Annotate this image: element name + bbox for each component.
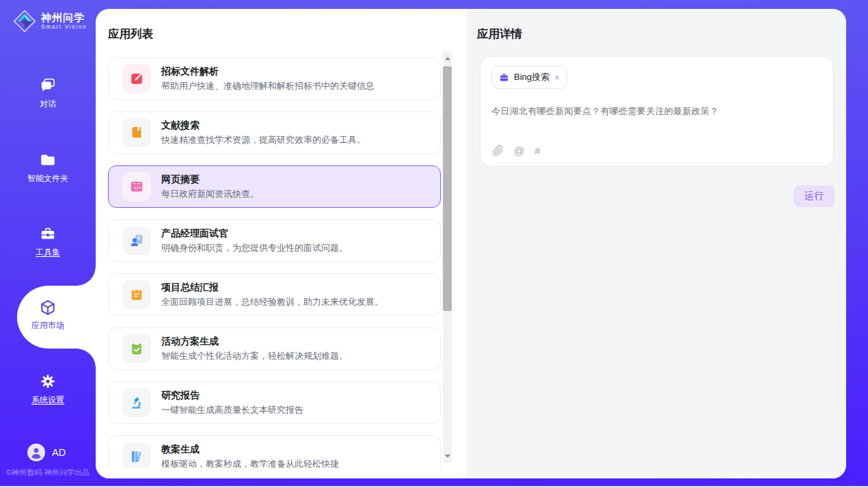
sidebar: 神州问学 Smart Vision 对话 智能文件夹 工具集: [0, 0, 96, 488]
note-icon: [122, 280, 151, 309]
question-text[interactable]: 今日湖北有哪些新闻要点？有哪些需要关注的最新政策？: [491, 105, 822, 118]
paperclip-icon[interactable]: [492, 145, 504, 157]
report-icon: [122, 388, 151, 417]
interviewer-icon: [122, 226, 151, 255]
user-account[interactable]: AD: [27, 444, 66, 461]
app-desc: 明确身份和职责，为您提供专业性的面试问题。: [161, 242, 348, 254]
attachment-toolbar: @ #: [492, 145, 541, 157]
diamond-logo-icon: [12, 9, 37, 33]
sidebar-item-app-market[interactable]: 应用市场: [0, 299, 96, 331]
list-item-bid-doc-parse[interactable]: 招标文件解析 帮助用户快速、准确地理解和解析招标书中的关键信息: [108, 57, 441, 100]
app-desc: 快速精准查找学术资源，提高研究效率的必备工具。: [161, 134, 366, 146]
app-desc: 全面回顾项目进展，总结经验教训，助力未来优化发展。: [161, 296, 383, 308]
sidebar-item-label: 应用市场: [0, 320, 96, 331]
app-title: 项目总结汇报: [161, 282, 383, 294]
triangle-up-icon: [445, 57, 450, 60]
list-item-pm-interviewer[interactable]: 产品经理面试官 明确身份和职责，为您提供专业性的面试问题。: [108, 219, 441, 262]
clipboard-check-icon: [122, 334, 151, 363]
sidebar-item-toolset[interactable]: 工具集: [0, 225, 96, 258]
triangle-down-icon: [445, 455, 450, 458]
app-title: 产品经理面试官: [161, 228, 348, 240]
app-title: 网页摘要: [161, 174, 259, 186]
app-desc: 智能生成个性化活动方案，轻松解决规划难题。: [161, 350, 348, 362]
app-list-panel: 应用列表 招标文件解析 帮助用户快速、准确地理解和解析招标书中的关键信息: [96, 9, 467, 478]
app-desc: 帮助用户快速、准确地理解和解析招标书中的关键信息: [161, 80, 375, 92]
scroll-up-button[interactable]: [443, 51, 452, 65]
sidebar-item-label: 工具集: [0, 247, 96, 258]
app-desc: 一键智能生成高质量长文本研究报告: [161, 404, 303, 416]
sidebar-item-chat[interactable]: 对话: [0, 77, 96, 110]
brand-tagline: Smart Vision: [41, 23, 87, 30]
folder-icon: [39, 151, 57, 169]
edit-doc-icon: [122, 64, 151, 93]
copyright-footer: ©神州数码·神州问学出品: [0, 467, 96, 478]
app-desc: 每日政府新闻资讯快查。: [161, 188, 259, 200]
svg-text:</>: </>: [133, 185, 141, 191]
sidebar-item-label: 对话: [0, 98, 96, 110]
app-title: 教案生成: [161, 444, 339, 456]
briefcase-icon: [499, 72, 509, 83]
web-summary-icon: </>: [122, 172, 151, 201]
app-detail-title: 应用详情: [477, 27, 522, 42]
list-item-research-report[interactable]: 研究报告 一键智能生成高质量长文本研究报告: [108, 381, 441, 424]
chip-close-icon[interactable]: ×: [554, 73, 560, 82]
app-desc: 模板驱动，教案秒成，教学准备从此轻松快捷: [161, 458, 339, 468]
prompt-input-card[interactable]: Bing搜索 × 今日湖北有哪些新闻要点？有哪些需要关注的最新政策？ @ #: [480, 56, 834, 167]
chat-icon: [39, 77, 57, 94]
books-icon: [122, 442, 151, 467]
mention-icon[interactable]: @: [514, 145, 524, 157]
hash-icon[interactable]: #: [534, 145, 540, 157]
list-item-event-plan[interactable]: 活动方案生成 智能生成个性化活动方案，轻松解决规划难题。: [108, 327, 441, 370]
sidebar-item-settings[interactable]: 系统设置: [0, 372, 96, 406]
toolbox-icon: [39, 225, 57, 243]
app-title: 活动方案生成: [161, 336, 348, 348]
list-item-literature-search[interactable]: 文献搜索 快速精准查找学术资源，提高研究效率的必备工具。: [108, 111, 441, 154]
run-button[interactable]: 运行: [794, 185, 835, 207]
avatar: [27, 444, 45, 461]
app-title: 文献搜索: [161, 120, 366, 132]
scroll-down-button[interactable]: [443, 449, 452, 463]
app-title: 招标文件解析: [161, 66, 375, 78]
app-list: 招标文件解析 帮助用户快速、准确地理解和解析招标书中的关键信息 文献搜索 快速精…: [108, 57, 442, 467]
app-title: 研究报告: [161, 390, 303, 402]
list-item-project-summary[interactable]: 项目总结汇报 全面回顾项目进展，总结经验教训，助力未来优化发展。: [108, 273, 441, 316]
brand-name: 神州问学: [41, 12, 87, 24]
sidebar-item-label: 智能文件夹: [0, 173, 96, 185]
app-detail-panel: 应用详情 Bing搜索 × 今日湖北有哪些新闻要点？有哪些需要关注的最新政策？ …: [467, 9, 846, 478]
list-scrollbar[interactable]: [443, 51, 452, 463]
tool-chip-label: Bing搜索: [514, 71, 550, 83]
brand-logo: 神州问学 Smart Vision: [12, 9, 87, 33]
sidebar-item-label: 系统设置: [0, 394, 96, 406]
sidebar-item-smart-folder[interactable]: 智能文件夹: [0, 151, 96, 185]
scrollbar-thumb[interactable]: [443, 66, 452, 311]
user-initials: AD: [52, 447, 66, 458]
tool-chip-bing-search[interactable]: Bing搜索 ×: [491, 66, 567, 89]
list-item-lesson-plan[interactable]: 教案生成 模板驱动，教案秒成，教学准备从此轻松快捷: [108, 435, 441, 467]
main-surface: 应用列表 招标文件解析 帮助用户快速、准确地理解和解析招标书中的关键信息: [96, 9, 846, 478]
cube-icon: [39, 299, 57, 316]
gear-icon: [39, 372, 57, 390]
book-icon: [122, 118, 151, 147]
app-list-title: 应用列表: [108, 27, 153, 42]
list-item-web-summary[interactable]: </> 网页摘要 每日政府新闻资讯快查。: [108, 165, 441, 208]
